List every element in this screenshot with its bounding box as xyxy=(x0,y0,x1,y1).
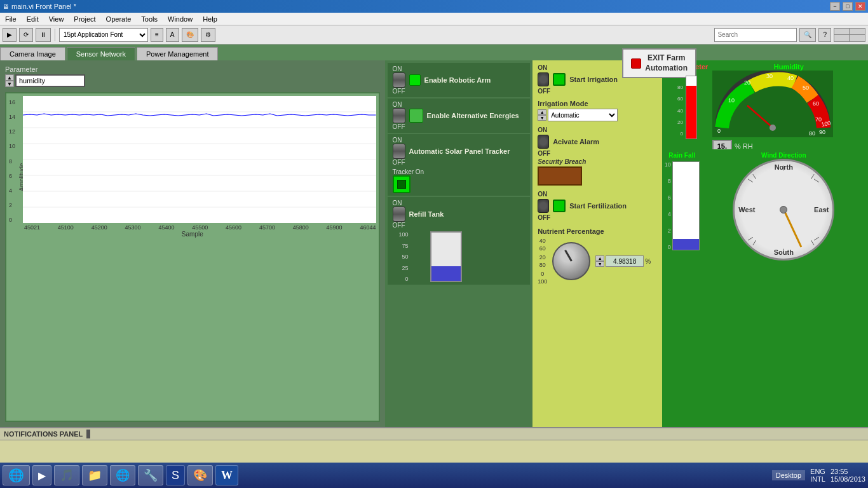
robotic-arm-control: Enable Robotic Arm xyxy=(393,72,526,88)
taskbar-app5[interactable]: 🔧 xyxy=(138,465,163,485)
main-container: EXIT FarmAutomation Camera Image Sensor … xyxy=(0,44,868,488)
svg-line-32 xyxy=(749,237,754,240)
robotic-off-label: OFF xyxy=(393,88,526,95)
humidity-section: Humidity xyxy=(710,60,868,149)
notifications-header: NOTIFICATIONS PANEL xyxy=(0,428,868,440)
taskbar-app4[interactable]: 🌐 xyxy=(110,465,135,485)
humidity-title: Humidity xyxy=(712,63,865,71)
toolbar-run2[interactable]: ⟳ xyxy=(19,28,33,42)
irrigation-mode-label: Irrigation Mode xyxy=(538,100,657,107)
rainfall-scale: 10 8 6 4 2 0 xyxy=(665,161,671,250)
toolbar-extra[interactable]: ⚙ xyxy=(201,28,215,42)
toolbar-color[interactable]: 🎨 xyxy=(182,28,198,42)
menu-window[interactable]: Window xyxy=(163,14,198,24)
taskbar-app3[interactable]: 📁 xyxy=(82,465,107,485)
thermo-bar xyxy=(686,76,697,139)
svg-line-30 xyxy=(749,179,754,182)
irrigation-mode-dropdown[interactable]: Automatic Manual xyxy=(548,109,618,121)
menu-file[interactable]: File xyxy=(0,14,22,24)
parameter-section: Parameter ▲ ▼ humidity xyxy=(5,65,380,87)
nutrient-knob[interactable] xyxy=(552,242,590,280)
tank-fill xyxy=(431,266,461,281)
tank-container xyxy=(430,231,462,282)
x-axis: 45021 45100 45200 45300 45400 45500 4560… xyxy=(9,224,376,231)
search-input[interactable] xyxy=(714,28,797,42)
toolbar-run[interactable]: ▶ xyxy=(3,28,17,42)
alt-on-label: ON xyxy=(393,101,526,108)
alt-energies-control: Enable Alternative Energies xyxy=(393,108,526,123)
menu-help[interactable]: Help xyxy=(198,14,222,24)
tab-power-management[interactable]: Power Management xyxy=(137,47,218,60)
taskbar: 🌐 ▶ 🎵 📁 🌐 🔧 S 🎨 W Desktop ENGINTL 23:551… xyxy=(0,463,868,488)
exit-label: EXIT FarmAutomation xyxy=(645,53,688,73)
grid-panel xyxy=(834,28,865,42)
irrigation-indicator xyxy=(553,73,566,86)
tracker-on-indicator xyxy=(393,175,410,193)
help-button[interactable]: ? xyxy=(818,28,831,42)
nutrient-spinner-down[interactable]: ▼ xyxy=(595,261,604,267)
menu-view[interactable]: View xyxy=(44,14,69,24)
toolbar-size[interactable]: A xyxy=(166,28,179,42)
search-button[interactable]: 🔍 xyxy=(799,28,816,42)
nutrient-spinner-up[interactable]: ▲ xyxy=(595,255,604,261)
chart-wrapper: 16 14 12 10 8 6 4 2 0 Amplitude xyxy=(9,96,376,223)
svg-text:0: 0 xyxy=(717,128,721,134)
wind-compass: North South East West xyxy=(733,159,834,261)
wind-title: Wind Direction xyxy=(761,152,806,159)
refill-tank-toggle[interactable] xyxy=(393,207,405,222)
alarm-off-label: OFF xyxy=(538,150,657,157)
alarm-toggle[interactable] xyxy=(538,135,549,149)
parameter-label: Parameter xyxy=(5,65,380,73)
chart-inner xyxy=(23,96,376,223)
taskbar-app1[interactable]: ▶ xyxy=(32,465,51,485)
fertilization-row: ON Start Fertilization OFF xyxy=(535,189,660,222)
refill-tank-label: Refill Tank xyxy=(409,210,444,218)
solar-panel-toggle[interactable] xyxy=(393,144,405,159)
font-selector[interactable]: 15pt Application Font xyxy=(59,28,148,42)
fertilization-control: Start Fertilization xyxy=(538,198,657,214)
tab-camera-image[interactable]: Camera Image xyxy=(0,47,65,60)
taskbar-app7[interactable]: 🎨 xyxy=(187,465,213,485)
svg-line-26 xyxy=(753,174,756,179)
tracker-on-container: Tracker On xyxy=(393,168,526,193)
alarm-on-label: ON xyxy=(538,126,657,133)
exit-button[interactable]: EXIT FarmAutomation xyxy=(622,48,696,78)
close-button[interactable]: ✕ xyxy=(855,2,865,11)
parameter-spinner-down[interactable]: ▼ xyxy=(5,81,14,87)
toolbar-pause[interactable]: ⏸ xyxy=(36,28,51,42)
taskbar-app8[interactable]: W xyxy=(215,465,238,485)
fertilization-indicator xyxy=(553,200,566,212)
taskbar-right: Desktop ENGINTL 23:5515/08/2013 xyxy=(772,468,865,483)
humidity-gauge-svg: 0 10 20 30 40 50 60 70 80 90 100 xyxy=(712,71,833,137)
mode-spinner-up[interactable]: ▲ xyxy=(538,109,546,115)
taskbar-start[interactable]: 🌐 xyxy=(3,465,30,485)
mode-spinners: ▲ ▼ xyxy=(538,109,546,121)
taskbar-app6[interactable]: S xyxy=(166,465,185,485)
window-title: main.vi Front Panel * xyxy=(11,3,76,10)
menu-edit[interactable]: Edit xyxy=(22,14,44,24)
taskbar-app2[interactable]: 🎵 xyxy=(54,465,79,485)
alt-energies-toggle[interactable] xyxy=(393,108,405,123)
toolbar-align[interactable]: ≡ xyxy=(151,28,163,42)
menu-project[interactable]: Project xyxy=(69,14,100,24)
tab-sensor-network[interactable]: Sensor Network xyxy=(67,47,135,60)
maximize-button[interactable]: □ xyxy=(843,2,853,11)
parameter-spinner-up[interactable]: ▲ xyxy=(5,74,14,81)
irrigation-mode-row: Irrigation Mode ▲ ▼ Automatic Manual xyxy=(535,98,660,123)
menu-tools[interactable]: Tools xyxy=(136,14,163,24)
robotic-arm-toggle[interactable] xyxy=(393,72,405,88)
mode-spinner-down[interactable]: ▼ xyxy=(538,115,546,121)
menu-operate[interactable]: Operate xyxy=(101,14,137,24)
thermo-scale: 100 80 60 40 20 0 xyxy=(675,73,683,137)
irrigation-toggle[interactable] xyxy=(538,72,549,86)
solar-on-label: ON xyxy=(393,137,526,144)
refill-on-label: ON xyxy=(393,200,526,207)
taskbar-desktop[interactable]: Desktop xyxy=(772,470,805,480)
parameter-input[interactable]: humidity xyxy=(15,74,85,87)
content-area: Parameter ▲ ▼ humidity 16 14 12 10 xyxy=(0,60,868,427)
fertilization-label: Start Fertilization xyxy=(569,202,627,210)
nutrient-label: Nutrient Percentage xyxy=(538,227,657,235)
window-controls: − □ ✕ xyxy=(830,2,865,11)
minimize-button[interactable]: − xyxy=(830,2,840,11)
fertilization-toggle[interactable] xyxy=(538,199,549,213)
